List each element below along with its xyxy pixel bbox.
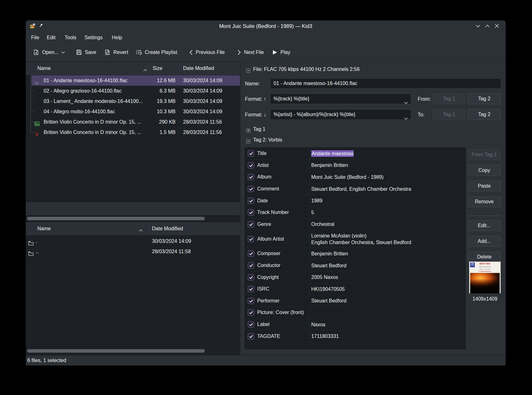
close-button[interactable]	[494, 24, 499, 28]
field-checkbox[interactable]	[248, 186, 254, 192]
filename-input[interactable]: 01 - Andante maestoso-16-44100.flac	[270, 78, 501, 89]
save-button[interactable]: Save	[76, 43, 96, 61]
field-value[interactable]: Benjamin Britten	[311, 248, 464, 259]
dir-column-header-date[interactable]: Date Modified	[152, 222, 183, 236]
field-value[interactable]: Orchestral	[311, 219, 464, 230]
field-value[interactable]: 1989	[311, 195, 464, 206]
create-playlist-button[interactable]: Create Playlist	[136, 43, 177, 61]
album-cover-thumbnail[interactable]: BRITTEN Violin Concerto Mont Juic Suite …	[469, 262, 501, 293]
field-value[interactable]: Mont Juic Suite (Bedford - 1989)	[311, 171, 464, 183]
field-checkbox[interactable]	[248, 236, 254, 242]
file-list-header[interactable]: Name Size Date Modified	[26, 61, 240, 75]
file-row[interactable]: 02 - Allegro grazioso-16-44100.flac6.3 M…	[26, 86, 240, 96]
tag-row[interactable]: TAGDATE1711803331	[245, 330, 465, 342]
dir-list-header[interactable]	[26, 202, 240, 216]
file-row[interactable]: 04 - Allegro molto-16-44100.flac10.3 MB3…	[26, 106, 240, 117]
tag2-collapse-icon[interactable]: −	[246, 138, 250, 144]
tag-row[interactable]: GenreOrchestral	[245, 219, 465, 231]
tag-row[interactable]: Date1989	[245, 195, 465, 207]
field-checkbox[interactable]	[248, 274, 254, 280]
from-tag2-button[interactable]: Tag 2	[468, 93, 501, 104]
to-tag2-button[interactable]: Tag 2	[468, 109, 501, 120]
open-dropdown-icon[interactable]	[61, 51, 65, 54]
copy-button[interactable]: Copy	[468, 165, 501, 176]
field-checkbox[interactable]	[248, 298, 254, 304]
field-value[interactable]: Steuart Bedford, English Chamber Orchest…	[311, 183, 464, 195]
format-up-combo[interactable]: %{track} %{title}	[270, 93, 411, 104]
menu-help[interactable]: Help	[111, 32, 123, 43]
tag-row[interactable]: Track Number5	[245, 207, 465, 219]
column-header-size[interactable]: Size	[153, 62, 162, 76]
dir-column-header-name[interactable]: Name	[37, 222, 51, 236]
tag-row[interactable]: ISRCHKI190470505	[245, 283, 465, 295]
revert-button[interactable]: Revert	[105, 43, 128, 61]
file-row[interactable]: Britten Violin Concerto in D minor Op. 1…	[26, 117, 240, 127]
column-header-date[interactable]: Date Modified	[183, 62, 214, 76]
format-down-combo[interactable]: %{artist} - %{album}/%{track} %{title}	[270, 109, 411, 120]
dir-row[interactable]: ..28/03/2024 11:58	[26, 246, 240, 257]
tag-row[interactable]: ConductorSteuart Bedford	[245, 260, 465, 272]
field-checkbox[interactable]	[248, 209, 254, 216]
field-value[interactable]: Steuart Bedford	[311, 260, 464, 271]
maximize-button[interactable]	[485, 24, 490, 28]
field-checkbox[interactable]	[248, 150, 254, 157]
next-file-button[interactable]: Next File	[237, 43, 264, 61]
tag-row[interactable]: Picture: Cover (front)	[245, 307, 465, 319]
tag-row[interactable]: ComposerBenjamin Britten	[245, 248, 465, 260]
delete-button[interactable]: Delete	[468, 252, 501, 262]
tag1-expand-icon[interactable]: +	[246, 127, 250, 133]
tag-row[interactable]: PerformerSteuart Bedford	[245, 295, 465, 307]
tag-row[interactable]: AlbumMont Juic Suite (Bedford - 1989)	[245, 171, 465, 183]
field-checkbox[interactable]	[248, 309, 254, 316]
tag-row[interactable]: Copyright2005 Naxos	[245, 271, 465, 283]
file-row[interactable]: 03 - Lament_ Andante moderato-16-44100..…	[26, 96, 240, 106]
panel-splitter[interactable]	[240, 61, 241, 355]
from-tag-1-button[interactable]: From Tag 1	[468, 149, 501, 160]
previous-file-button[interactable]: Previous File	[189, 43, 225, 61]
tag-row[interactable]: Album ArtistLorraine McAslan (violin)Eng…	[245, 230, 465, 248]
field-checkbox[interactable]	[248, 286, 254, 292]
menu-edit[interactable]: Edit	[46, 32, 56, 43]
edit-button[interactable]: Edit...	[468, 220, 501, 231]
field-value[interactable]: 1711803331	[311, 330, 464, 342]
field-value[interactable]: 2005 Naxos	[311, 271, 464, 283]
field-value[interactable]: Naxos	[311, 319, 464, 330]
dir-row[interactable]: .30/03/2024 14:09	[26, 236, 240, 246]
field-value[interactable]: Andante maestoso	[311, 148, 464, 159]
dir-list-hscrollbar[interactable]	[26, 349, 240, 353]
remove-button[interactable]: Remove	[468, 196, 501, 207]
paste-button[interactable]: Paste	[468, 181, 501, 191]
field-value[interactable]: Benjamin Britten	[311, 160, 464, 171]
field-checkbox[interactable]	[248, 321, 254, 328]
field-value[interactable]: HKI190470505	[311, 283, 464, 295]
field-value[interactable]	[311, 307, 464, 318]
play-button[interactable]: Play	[272, 43, 290, 61]
from-tag1-button[interactable]: Tag 1	[433, 93, 465, 104]
field-checkbox[interactable]	[248, 198, 254, 204]
menu-settings[interactable]: Settings	[84, 32, 103, 43]
field-checkbox[interactable]	[248, 221, 254, 227]
menu-tools[interactable]: Tools	[64, 32, 77, 43]
menu-file[interactable]: File	[30, 32, 40, 43]
file-section-collapse-icon[interactable]: −	[246, 67, 250, 73]
tag-row[interactable]: ArtistBenjamin Britten	[245, 160, 465, 172]
open-button[interactable]: Open...	[33, 43, 65, 61]
field-checkbox[interactable]	[248, 333, 254, 339]
column-header-name[interactable]: Name	[37, 62, 51, 76]
field-checkbox[interactable]	[248, 262, 254, 269]
tag-row[interactable]: TitleAndante maestoso	[245, 148, 465, 160]
file-row[interactable]: V201 - Andante maestoso-16-44100.flac12.…	[26, 75, 240, 86]
file-list-hscrollbar[interactable]	[26, 216, 240, 221]
field-value[interactable]: 5	[311, 207, 464, 218]
add-button[interactable]: Add...	[468, 236, 501, 247]
tag-row[interactable]: CommentSteuart Bedford, English Chamber …	[245, 183, 465, 195]
tag-row[interactable]: LabelNaxos	[245, 319, 465, 331]
field-checkbox[interactable]	[248, 174, 254, 180]
field-checkbox[interactable]	[248, 162, 254, 168]
field-value[interactable]: Lorraine McAslan (violin)English Chamber…	[311, 230, 464, 248]
to-tag1-button[interactable]: Tag 1	[433, 109, 465, 120]
field-checkbox[interactable]	[248, 250, 254, 257]
titlebar[interactable]: Mont Juic Suite (Bedford - 1989) — Kid3	[26, 20, 506, 32]
file-row[interactable]: Britten Violin Concerto in D minor Op. 1…	[26, 127, 240, 137]
field-value[interactable]: Steuart Bedford	[311, 295, 464, 307]
